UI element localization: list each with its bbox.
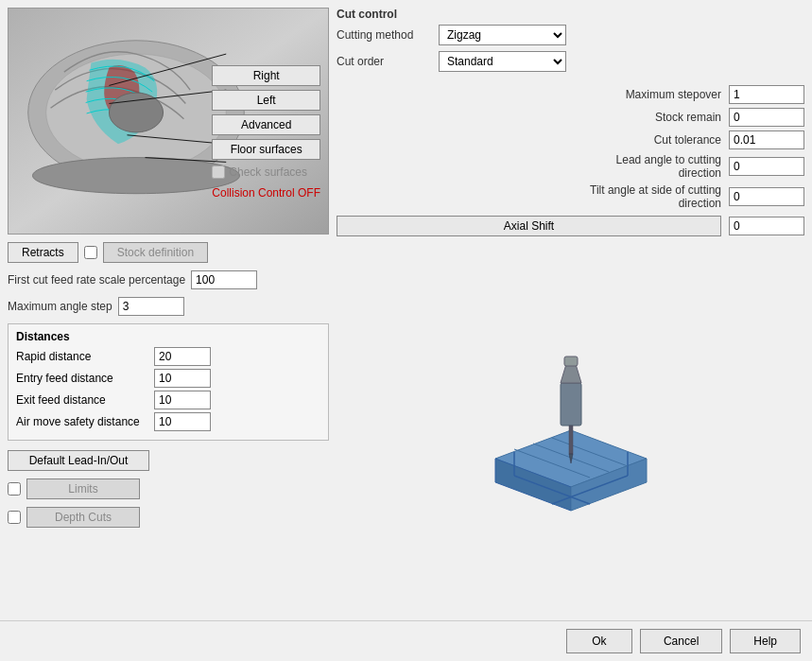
check-surfaces-checkbox[interactable] bbox=[212, 165, 225, 179]
cutting-method-select[interactable]: Zigzag One way Spiral bbox=[439, 25, 566, 45]
cut-control-title: Cut control bbox=[337, 8, 804, 21]
stock-remain-label: Stock remain bbox=[655, 111, 721, 124]
tool-visualization bbox=[337, 248, 804, 613]
cut-tolerance-label: Cut tolerance bbox=[654, 133, 721, 147]
max-stepover-row: Maximum stepover bbox=[337, 85, 804, 104]
params-section: Maximum stepover Stock remain Cut tolera… bbox=[337, 85, 804, 236]
depth-cuts-checkbox[interactable] bbox=[8, 511, 21, 524]
rapid-distance-input[interactable] bbox=[154, 347, 211, 366]
left-panel: Right Left Advanced Floor surfaces Check… bbox=[8, 8, 329, 613]
axial-shift-input[interactable] bbox=[729, 217, 804, 235]
stock-remain-row: Stock remain bbox=[337, 108, 804, 127]
distances-title: Distances bbox=[16, 330, 320, 343]
right-button[interactable]: Right bbox=[212, 65, 320, 86]
tool-svg bbox=[467, 336, 675, 525]
stock-definition-button[interactable]: Stock definition bbox=[103, 242, 208, 263]
viewport: Right Left Advanced Floor surfaces Check… bbox=[8, 8, 329, 235]
depth-cuts-row: Depth Cuts bbox=[8, 507, 329, 528]
cut-control-section: Cut control Cutting method Zigzag One wa… bbox=[337, 8, 804, 74]
entry-feed-row: Entry feed distance bbox=[16, 369, 320, 388]
cut-order-row: Cut order Standard Optimized bbox=[337, 51, 804, 72]
lead-angle-row: Lead angle to cutting direction bbox=[337, 153, 804, 180]
max-angle-input[interactable] bbox=[118, 297, 184, 316]
first-cut-label: First cut feed rate scale percentage bbox=[8, 273, 185, 287]
depth-cuts-button[interactable]: Depth Cuts bbox=[26, 507, 140, 528]
max-stepover-input[interactable] bbox=[729, 85, 804, 104]
viewport-buttons: Right Left Advanced Floor surfaces Check… bbox=[212, 65, 320, 200]
limits-checkbox[interactable] bbox=[8, 482, 21, 496]
exit-feed-label: Exit feed distance bbox=[16, 393, 148, 407]
cut-tolerance-row: Cut tolerance bbox=[337, 130, 804, 149]
first-cut-input[interactable] bbox=[191, 270, 257, 289]
cut-tolerance-input[interactable] bbox=[729, 130, 804, 149]
controls-below-viewport: Retracts Stock definition First cut feed… bbox=[8, 242, 329, 528]
cancel-button[interactable]: Cancel bbox=[640, 629, 722, 653]
advanced-button[interactable]: Advanced bbox=[212, 114, 320, 135]
default-lead-button[interactable]: Default Lead-In/Out bbox=[8, 450, 149, 471]
help-button[interactable]: Help bbox=[730, 629, 801, 653]
air-move-input[interactable] bbox=[154, 412, 211, 431]
bottom-bar: Ok Cancel Help bbox=[0, 620, 812, 661]
exit-feed-input[interactable] bbox=[154, 391, 211, 409]
cutting-method-row: Cutting method Zigzag One way Spiral bbox=[337, 25, 804, 45]
max-angle-label: Maximum angle step bbox=[8, 300, 112, 313]
collision-control-link[interactable]: Collision Control OFF bbox=[212, 186, 320, 200]
entry-feed-label: Entry feed distance bbox=[16, 372, 148, 385]
tilt-angle-label: Tilt angle at side of cutting direction bbox=[570, 183, 721, 210]
svg-rect-20 bbox=[564, 357, 578, 366]
axial-shift-button[interactable]: Axial Shift bbox=[337, 216, 721, 236]
floor-surfaces-button[interactable]: Floor surfaces bbox=[212, 139, 320, 160]
retracts-row: Retracts Stock definition bbox=[8, 242, 329, 263]
svg-marker-19 bbox=[561, 364, 581, 383]
lead-angle-input[interactable] bbox=[729, 157, 804, 176]
cutting-method-label: Cutting method bbox=[337, 28, 431, 42]
axial-shift-row: Axial Shift bbox=[337, 216, 804, 236]
check-surfaces-label: Check surfaces bbox=[229, 165, 307, 179]
lead-angle-label: Lead angle to cutting direction bbox=[570, 153, 721, 180]
distances-group: Distances Rapid distance Entry feed dist… bbox=[8, 323, 329, 441]
tilt-angle-row: Tilt angle at side of cutting direction bbox=[337, 183, 804, 210]
left-button[interactable]: Left bbox=[212, 90, 320, 111]
exit-feed-row: Exit feed distance bbox=[16, 391, 320, 409]
rapid-distance-row: Rapid distance bbox=[16, 347, 320, 366]
svg-point-2 bbox=[32, 158, 239, 194]
air-move-label: Air move safety distance bbox=[16, 415, 148, 428]
content-area: Right Left Advanced Floor surfaces Check… bbox=[0, 0, 812, 620]
limits-row: Limits bbox=[8, 478, 329, 499]
air-move-row: Air move safety distance bbox=[16, 412, 320, 431]
limits-button[interactable]: Limits bbox=[26, 478, 140, 499]
check-surfaces-row: Check surfaces bbox=[212, 165, 320, 179]
cut-order-select[interactable]: Standard Optimized bbox=[439, 51, 566, 72]
stock-remain-input[interactable] bbox=[729, 108, 804, 127]
svg-rect-21 bbox=[569, 426, 573, 454]
right-panel: Cut control Cutting method Zigzag One wa… bbox=[337, 8, 804, 613]
max-stepover-label: Maximum stepover bbox=[626, 88, 721, 101]
main-container: Right Left Advanced Floor surfaces Check… bbox=[0, 0, 812, 661]
rapid-distance-label: Rapid distance bbox=[16, 350, 148, 363]
max-angle-row: Maximum angle step bbox=[8, 297, 329, 316]
cut-order-label: Cut order bbox=[337, 55, 431, 68]
first-cut-row: First cut feed rate scale percentage bbox=[8, 270, 329, 289]
entry-feed-input[interactable] bbox=[154, 369, 211, 388]
svg-rect-18 bbox=[561, 383, 581, 426]
ok-button[interactable]: Ok bbox=[566, 629, 632, 653]
tilt-angle-input[interactable] bbox=[729, 187, 804, 206]
retracts-button[interactable]: Retracts bbox=[8, 242, 78, 263]
stock-definition-checkbox[interactable] bbox=[84, 246, 97, 259]
